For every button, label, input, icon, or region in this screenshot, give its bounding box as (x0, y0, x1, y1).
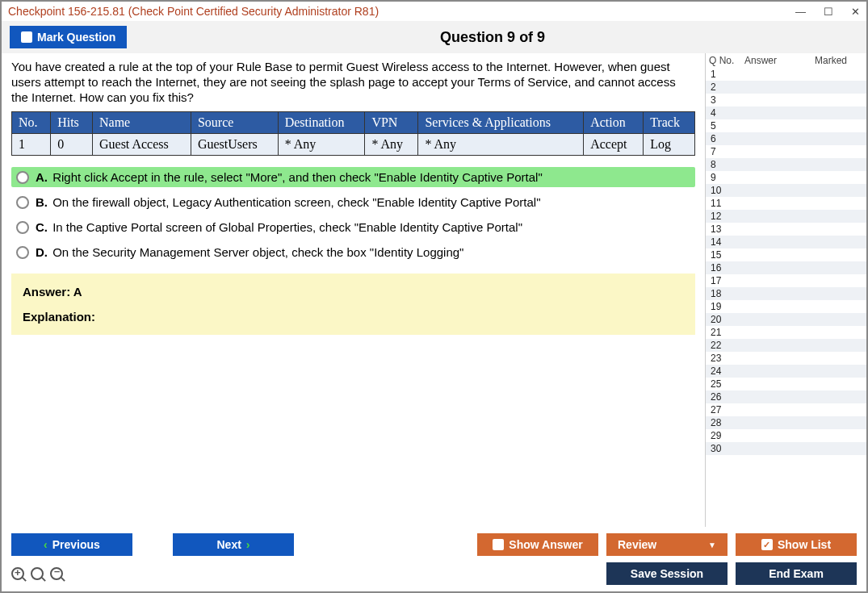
list-item[interactable]: 14 (706, 236, 866, 248)
list-item[interactable]: 22 (706, 339, 866, 352)
chevron-right-icon: › (246, 538, 250, 551)
review-button[interactable]: Review ▼ (606, 533, 728, 556)
rule-table: No.HitsNameSourceDestinationVPNServices … (11, 111, 695, 156)
checkbox-checked-icon: ✓ (761, 539, 773, 550)
option-text: D. On the Security Management Server obj… (36, 245, 463, 259)
row-number: 1 (711, 68, 743, 81)
table-header: Hits (51, 112, 93, 134)
table-cell: * Any (278, 134, 365, 156)
radio-icon (16, 246, 29, 259)
answer-options: A. Right click Accept in the rule, selec… (11, 167, 695, 262)
list-item[interactable]: 10 (706, 184, 866, 197)
checkbox-icon: ✓ (21, 31, 32, 43)
list-item[interactable]: 29 (706, 429, 866, 442)
zoom-in-icon[interactable] (11, 567, 24, 580)
zoom-out-icon[interactable] (50, 567, 63, 580)
row-number: 11 (711, 197, 743, 210)
row-number: 29 (711, 429, 743, 442)
row-number: 7 (711, 145, 743, 158)
list-item[interactable]: 8 (706, 158, 866, 171)
list-item[interactable]: 2 (706, 81, 866, 94)
table-header: Destination (278, 112, 365, 134)
row-number: 6 (711, 132, 743, 145)
list-item[interactable]: 13 (706, 223, 866, 236)
list-item[interactable]: 30 (706, 442, 866, 455)
list-item[interactable]: 3 (706, 94, 866, 106)
show-answer-button[interactable]: ✓ Show Answer (477, 533, 598, 556)
list-item[interactable]: 19 (706, 300, 866, 313)
question-text: You have created a rule at the top of yo… (11, 60, 695, 105)
row-number: 2 (711, 81, 743, 94)
mark-question-label: Mark Question (37, 31, 115, 44)
list-item[interactable]: 18 (706, 287, 866, 300)
table-cell: Guest Access (92, 134, 191, 156)
answer-option-a[interactable]: A. Right click Accept in the rule, selec… (11, 167, 695, 187)
list-item[interactable]: 1 (706, 68, 866, 81)
col-answer: Answer (744, 55, 815, 66)
table-header-row: No.HitsNameSourceDestinationVPNServices … (12, 112, 695, 134)
explanation-label: Explanation: (23, 310, 684, 324)
close-icon[interactable]: ✕ (851, 6, 860, 18)
list-item[interactable]: 26 (706, 390, 866, 403)
chevron-down-icon: ▼ (708, 541, 716, 549)
list-item[interactable]: 20 (706, 313, 866, 326)
list-item[interactable]: 9 (706, 171, 866, 184)
save-session-button[interactable]: Save Session (606, 562, 728, 585)
window-controls: — ☐ ✕ (795, 6, 860, 18)
table-cell: 1 (12, 134, 51, 156)
list-item[interactable]: 11 (706, 197, 866, 210)
list-header: Q No. Answer Marked (706, 53, 866, 68)
row-number: 21 (711, 326, 743, 339)
answer-label: Answer: A (23, 285, 684, 299)
list-item[interactable]: 15 (706, 248, 866, 261)
list-item[interactable]: 24 (706, 365, 866, 378)
list-item[interactable]: 6 (706, 132, 866, 145)
row-number: 5 (711, 119, 743, 132)
question-header: Question 9 of 9 (127, 29, 858, 46)
list-item[interactable]: 4 (706, 106, 866, 119)
list-item[interactable]: 12 (706, 210, 866, 223)
checkbox-icon: ✓ (493, 539, 504, 550)
previous-button[interactable]: ‹ Previous (11, 533, 132, 556)
option-text: C. In the Captive Portal screen of Globa… (36, 220, 522, 234)
mark-question-button[interactable]: ✓ Mark Question (10, 26, 127, 48)
row-number: 16 (711, 261, 743, 274)
list-item[interactable]: 28 (706, 416, 866, 429)
radio-icon (16, 171, 29, 184)
row-number: 4 (711, 106, 743, 119)
list-item[interactable]: 16 (706, 261, 866, 274)
question-list[interactable]: 1234567891011121314151617181920212223242… (706, 68, 866, 527)
row-number: 25 (711, 378, 743, 390)
topbar: ✓ Mark Question Question 9 of 9 (2, 21, 866, 53)
row-number: 19 (711, 300, 743, 313)
answer-option-d[interactable]: D. On the Security Management Server obj… (11, 242, 695, 262)
chevron-left-icon: ‹ (44, 538, 48, 551)
answer-option-b[interactable]: B. On the firewall object, Legacy Authen… (11, 192, 695, 212)
table-cell: * Any (365, 134, 418, 156)
answer-option-c[interactable]: C. In the Captive Portal screen of Globa… (11, 217, 695, 237)
list-item[interactable]: 17 (706, 274, 866, 287)
list-item[interactable]: 5 (706, 119, 866, 132)
list-item[interactable]: 7 (706, 145, 866, 158)
row-number: 17 (711, 274, 743, 287)
row-number: 30 (711, 442, 743, 455)
zoom-reset-icon[interactable] (31, 567, 44, 580)
list-item[interactable]: 27 (706, 403, 866, 416)
row-number: 14 (711, 236, 743, 248)
list-item[interactable]: 23 (706, 352, 866, 365)
table-header: Source (191, 112, 278, 134)
row-number: 12 (711, 210, 743, 223)
row-number: 22 (711, 339, 743, 352)
minimize-icon[interactable]: — (795, 6, 806, 18)
list-item[interactable]: 25 (706, 378, 866, 390)
maximize-icon[interactable]: ☐ (824, 6, 833, 18)
next-button[interactable]: Next › (173, 533, 294, 556)
radio-icon (16, 196, 29, 209)
table-cell: Accept (584, 134, 644, 156)
table-cell: * Any (418, 134, 584, 156)
previous-label: Previous (52, 538, 100, 551)
table-header: Action (584, 112, 644, 134)
list-item[interactable]: 21 (706, 326, 866, 339)
show-list-button[interactable]: ✓ Show List (736, 533, 857, 556)
end-exam-button[interactable]: End Exam (736, 562, 857, 585)
